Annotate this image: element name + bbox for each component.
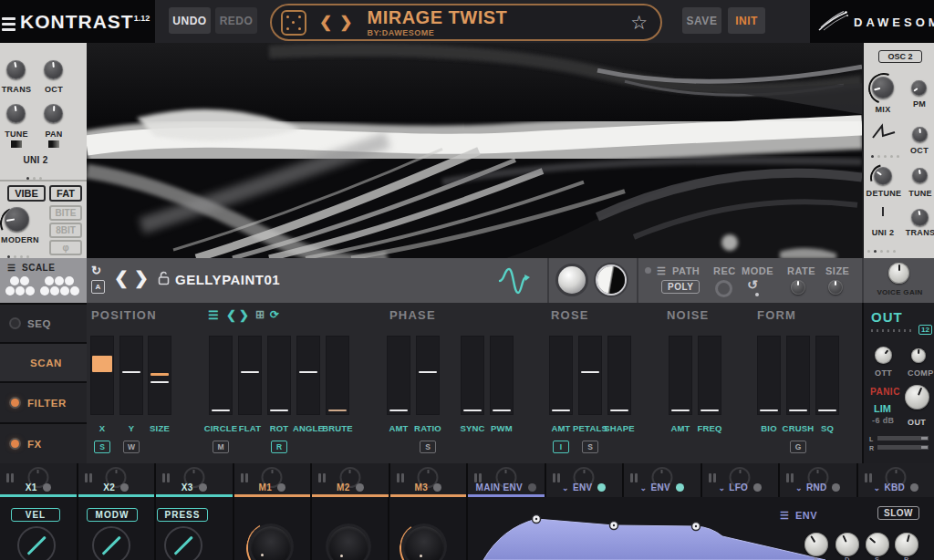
menu-icon[interactable] — [2, 15, 16, 34]
ott-knob[interactable] — [875, 347, 892, 364]
slider-rose-amt[interactable]: AMT I — [549, 336, 573, 415]
slider-angle[interactable]: ANGLE — [296, 336, 320, 415]
mod-slot-x3[interactable]: X3 — [156, 463, 234, 497]
m2-knob[interactable] — [328, 526, 368, 560]
waveform-mode-icon[interactable] — [497, 266, 532, 296]
slider-y[interactable]: Y W — [119, 336, 143, 415]
badge-m[interactable]: M — [213, 441, 229, 453]
osc1-unison-label[interactable]: UNI 2 — [20, 155, 51, 165]
unlock-icon[interactable] — [158, 270, 170, 285]
badge-i[interactable]: I — [553, 441, 569, 453]
slider-brute[interactable]: BRUTE — [326, 336, 349, 415]
limit-dots[interactable] — [871, 329, 915, 332]
sidebar-item-fx[interactable]: FX — [0, 424, 87, 465]
slot-led[interactable] — [43, 483, 51, 492]
env-menu-icon[interactable]: ☰ — [780, 510, 789, 522]
badge-petals-s[interactable]: S — [582, 441, 598, 453]
sidebar-item-scan[interactable]: SCAN — [0, 344, 87, 383]
modern-knob[interactable] — [5, 207, 29, 232]
chevron-down-icon[interactable]: ⌄ — [795, 483, 803, 493]
attack-knob[interactable] — [804, 533, 828, 556]
preset-name[interactable]: MIRAGE TWIST — [368, 8, 508, 26]
mod-slot-x1[interactable]: X1 — [0, 463, 78, 497]
slider-shape[interactable]: SHAPE — [607, 336, 631, 415]
vel-curve[interactable] — [17, 526, 56, 560]
slider-sync[interactable]: SYNC — [461, 336, 484, 415]
seq-led[interactable] — [11, 319, 19, 327]
wavetable-name[interactable]: GELLYPAINT01 — [175, 272, 280, 287]
vel-button[interactable]: VEL — [11, 508, 60, 522]
osc2-tune-knob[interactable] — [912, 168, 928, 183]
m3-knob[interactable] — [404, 526, 444, 560]
pan-knob[interactable] — [44, 104, 63, 123]
poly-button[interactable]: POLY — [661, 280, 700, 294]
warp-prev-icon[interactable]: ❮ — [226, 308, 236, 322]
chevron-down-icon[interactable]: ⌄ — [718, 483, 725, 493]
slider-x[interactable]: X S — [90, 336, 114, 415]
release-knob[interactable] — [895, 533, 918, 556]
slider-freq[interactable]: FREQ — [698, 336, 721, 415]
size-knob[interactable] — [828, 280, 843, 295]
mod-slot-m1[interactable]: M1 — [234, 463, 313, 497]
comp-knob[interactable] — [911, 348, 926, 363]
osc2-detune-knob[interactable] — [874, 167, 892, 185]
rate-knob[interactable] — [791, 280, 805, 295]
osc2-unison-label[interactable]: UNI 2 — [867, 228, 898, 237]
modw-curve[interactable] — [92, 526, 130, 560]
mode-loop-icon[interactable]: ↺ — [747, 277, 758, 292]
prev-wavetable-icon[interactable]: ❮ — [114, 267, 129, 288]
sidebar-item-filter[interactable]: FILTER — [0, 383, 87, 424]
8bit-button[interactable]: 8BIT — [49, 223, 82, 238]
bite-button[interactable]: BITE — [49, 205, 82, 221]
modw-button[interactable]: MODW — [87, 508, 138, 522]
badge-g[interactable]: G — [790, 441, 806, 453]
slot-led[interactable] — [910, 483, 918, 492]
badge-ratio-s[interactable]: S — [420, 441, 436, 453]
slot-led[interactable] — [433, 483, 441, 492]
badge-w[interactable]: W — [123, 441, 140, 453]
slot-led[interactable] — [832, 483, 840, 492]
mod-slot-x2[interactable]: X2 — [78, 463, 157, 497]
env-section-label[interactable]: ENV — [795, 510, 817, 521]
osc2-trans-knob[interactable] — [911, 209, 929, 226]
slot-led[interactable] — [277, 483, 285, 492]
osc2-title[interactable]: OSC 2 — [878, 50, 922, 63]
slot-led[interactable] — [528, 483, 536, 492]
slider-phase-amt[interactable]: AMT — [387, 336, 410, 415]
preset-browser[interactable]: ❮ ❯ MIRAGE TWIST BY:DAWESOME ☆ — [270, 4, 662, 41]
scale-cell[interactable]: ☰ SCALE — [0, 258, 87, 305]
save-button[interactable]: SAVE — [682, 7, 721, 34]
slider-crush[interactable]: CRUSH G — [786, 336, 810, 415]
vibe-button[interactable]: VIBE — [7, 185, 46, 202]
out-knob[interactable] — [905, 385, 929, 410]
auto-box[interactable]: A — [91, 280, 105, 294]
wavetable-artwork[interactable] — [87, 43, 862, 258]
contrast-knob[interactable] — [597, 266, 625, 294]
mod-slot-env1[interactable]: ⌄ENV — [546, 463, 625, 497]
dice-icon[interactable] — [281, 10, 306, 36]
filter-led[interactable] — [11, 399, 19, 407]
saw-wave-icon[interactable] — [871, 123, 897, 141]
slot-led[interactable] — [120, 483, 129, 492]
trans-knob[interactable] — [6, 60, 26, 79]
limit-count-box[interactable]: 12 — [918, 325, 932, 335]
slot-led[interactable] — [676, 483, 684, 492]
m1-knob[interactable] — [251, 526, 291, 560]
chevron-down-icon[interactable]: ⌄ — [874, 483, 881, 493]
init-button[interactable]: INIT — [728, 7, 765, 34]
slow-button[interactable]: SLOW — [877, 506, 919, 520]
next-preset-icon[interactable]: ❯ — [339, 15, 352, 30]
tune-knob[interactable] — [6, 104, 26, 123]
slider-ratio[interactable]: RATIO S — [416, 336, 440, 415]
mod-slot-main-env[interactable]: MAIN ENV — [468, 463, 546, 497]
osc2-wave-dots[interactable] — [869, 145, 901, 161]
undo-button[interactable]: UNDO — [169, 7, 211, 34]
badge-r[interactable]: R — [271, 441, 287, 453]
slider-sq[interactable]: SQ — [815, 336, 839, 415]
slot-led[interactable] — [356, 483, 364, 492]
mod-slot-m3[interactable]: M3 — [390, 463, 469, 497]
panic-button[interactable]: PANIC — [870, 387, 900, 397]
scale-keys-icon[interactable] — [5, 275, 80, 298]
mod-slot-lfo[interactable]: ⌄LFO — [702, 463, 781, 497]
slider-rot[interactable]: ROT R — [267, 336, 291, 415]
